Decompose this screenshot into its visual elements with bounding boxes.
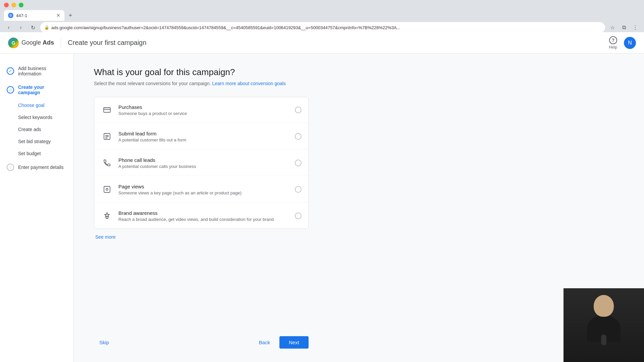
bookmark-icon[interactable]: ☆ [608,23,617,32]
learn-more-link[interactable]: Learn more about conversion goals [212,81,286,86]
video-overlay [564,288,644,362]
new-tab-button[interactable]: + [66,11,75,20]
sidebar-item-enter-payment[interactable]: ○ Enter payment details [0,160,73,175]
person-silhouette [584,295,624,355]
goal-card-page-views[interactable]: Page views Someone views a key page (suc… [94,177,308,202]
logo-text: Google Ads [21,39,54,46]
brand-awareness-icon [101,210,113,222]
sidebar-item-add-business[interactable]: ✓ Add business information [0,62,73,80]
submit-lead-form-icon [101,130,113,142]
phone-call-leads-radio[interactable] [295,160,302,166]
url-bar[interactable]: 🔒 ads.google.com/aw/signup/business?auth… [40,22,605,33]
submit-lead-form-radio[interactable] [295,133,302,140]
subtitle-text: Select the most relevant conversions for… [94,81,211,86]
tab-bar: G 447-1 ✕ + [0,10,644,21]
submit-lead-form-text: Submit lead form A potential customer fi… [118,131,289,142]
sidebar-sub-item-set-bid-strategy[interactable]: Set bid strategy [18,135,73,147]
phone-call-leads-text: Phone call leads A potential customer ca… [118,157,289,169]
brand-awareness-radio[interactable] [295,213,302,219]
sidebar-label-create-campaign: Create your campaign [18,84,67,95]
goal-card-purchases[interactable]: Purchases Someone buys a product or serv… [94,97,308,123]
sidebar-sub-items: Choose goal Select keywords Create ads S… [0,99,73,160]
person-head [594,295,614,317]
url-lock-icon: 🔒 [44,25,49,30]
tab-favicon: G [8,13,13,18]
page-views-radio[interactable] [295,186,302,193]
phone-call-leads-icon [101,157,113,169]
main-content: ✓ Add business information ○ Create your… [0,54,644,362]
microphone-icon [601,335,606,345]
purchases-radio[interactable] [295,107,302,113]
purchases-text: Purchases Someone buys a product or serv… [118,104,289,116]
next-button[interactable]: Next [279,336,309,349]
svg-rect-0 [104,108,110,112]
submit-lead-form-desc: A potential customer fills out a form [118,137,289,142]
sidebar-circle-active: ○ [7,86,14,94]
page-views-title: Page views [118,184,289,189]
goal-card-submit-lead-form[interactable]: Submit lead form A potential customer fi… [94,124,308,149]
page-views-desc: Someone views a key page (such as an art… [118,190,289,195]
sidebar: ✓ Add business information ○ Create your… [0,54,74,362]
purchases-desc: Someone buys a product or service [118,111,289,116]
svg-rect-2 [104,133,110,139]
help-icon: ? [609,36,617,44]
brand-awareness-title: Brand awareness [118,210,289,216]
url-text: ads.google.com/aw/signup/business?authus… [51,25,601,30]
see-more-link[interactable]: See more [94,234,309,240]
brand-awareness-text: Brand awareness Reach a broad audience, … [118,210,289,222]
page-views-icon [101,183,113,195]
help-button[interactable]: ? Help [609,36,617,50]
header-divider [61,38,61,48]
sidebar-sub-item-choose-goal[interactable]: Choose goal [18,99,73,111]
tab-title: 447-1 [16,13,27,18]
header-page-title: Create your first campaign [68,39,147,47]
traffic-light-yellow[interactable] [11,3,16,7]
goal-cards-container: Purchases Someone buys a product or serv… [94,97,309,229]
footer-right-buttons: Back Next [254,336,309,349]
nav-back-button[interactable]: ‹ [4,23,13,32]
purchases-title: Purchases [118,104,289,110]
logo-icon: G [8,38,19,48]
footer-actions: Skip Back Next [94,323,309,349]
goal-card-phone-call-leads[interactable]: Phone call leads A potential customer ca… [94,150,308,176]
sidebar-circle-completed: ✓ [7,67,14,75]
goal-card-brand-awareness[interactable]: Brand awareness Reach a broad audience, … [94,203,308,229]
phone-call-leads-title: Phone call leads [118,157,289,163]
browser-actions: ☆ ⧉ ⋮ [608,23,640,32]
app-container: G Google Ads Create your first campaign … [0,32,644,362]
page-subtitle: Select the most relevant conversions for… [94,81,624,86]
brand-awareness-desc: Reach a broad audience, get video views,… [118,217,289,222]
phone-call-leads-desc: A potential customer calls your business [118,164,289,169]
sidebar-sub-item-set-budget[interactable]: Set budget [18,147,73,160]
traffic-light-red[interactable] [4,3,9,7]
sidebar-label-add-business: Add business information [18,66,67,76]
content-area: What is your goal for this campaign? Sel… [74,54,644,362]
app-header: G Google Ads Create your first campaign … [0,32,644,54]
tab-close-button[interactable]: ✕ [56,13,60,18]
traffic-light-green[interactable] [19,3,23,7]
purchases-icon [101,104,113,116]
sidebar-sub-item-select-keywords[interactable]: Select keywords [18,111,73,123]
traffic-lights [0,0,644,10]
sidebar-label-enter-payment: Enter payment details [18,165,63,170]
google-ads-logo: G Google Ads [8,38,54,48]
skip-button[interactable]: Skip [94,336,114,349]
nav-forward-button[interactable]: › [16,23,25,32]
browser-chrome: G 447-1 ✕ + ‹ › ↻ 🔒 ads.google.com/aw/si… [0,0,644,32]
sidebar-circle-inactive: ○ [7,164,14,171]
extensions-icon[interactable]: ⧉ [619,23,629,32]
help-label: Help [609,45,617,50]
page-views-text: Page views Someone views a key page (suc… [118,184,289,195]
sidebar-sub-item-create-ads[interactable]: Create ads [18,123,73,135]
user-avatar[interactable]: N [624,37,636,49]
sidebar-item-create-campaign[interactable]: ○ Create your campaign [0,80,73,99]
video-person [564,288,644,362]
page-question: What is your goal for this campaign? [94,67,624,77]
more-options-icon[interactable]: ⋮ [631,23,640,32]
svg-rect-6 [104,186,110,192]
back-button[interactable]: Back [254,336,275,349]
nav-refresh-button[interactable]: ↻ [28,23,38,32]
browser-tab-active[interactable]: G 447-1 ✕ [4,10,64,21]
submit-lead-form-title: Submit lead form [118,131,289,136]
svg-point-7 [106,188,108,190]
